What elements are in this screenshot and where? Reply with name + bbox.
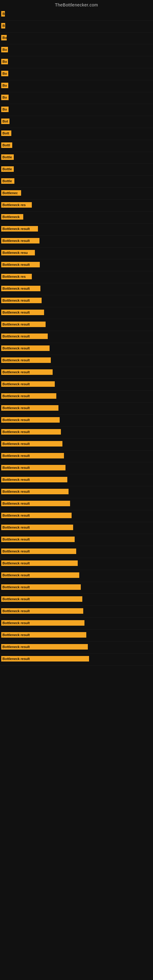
bar-label-40: Bottleneck result bbox=[1, 477, 67, 482]
bar-row-10: Bot bbox=[0, 116, 153, 128]
bar-row-28: Bottleneck result bbox=[0, 331, 153, 343]
bar-label-19: Bottleneck result bbox=[1, 226, 38, 232]
bar-label-27: Bottleneck result bbox=[1, 321, 46, 327]
bar-label-51: Bottleneck result bbox=[1, 608, 83, 614]
bar-row-2: B bbox=[0, 21, 153, 32]
bar-row-33: Bottleneck result bbox=[0, 391, 153, 403]
bar-label-41: Bottleneck result bbox=[1, 489, 69, 494]
bar-row-35: Bottleneck result bbox=[0, 415, 153, 426]
bar-row-42: Bottleneck result bbox=[0, 498, 153, 510]
bar-row-37: Bottleneck result bbox=[0, 439, 153, 450]
bar-label-33: Bottleneck result bbox=[1, 393, 56, 399]
bar-row-5: Bo bbox=[0, 56, 153, 68]
bar-row-45: Bottleneck result bbox=[0, 534, 153, 546]
bar-row-40: Bottleneck result bbox=[0, 474, 153, 486]
bar-row-41: Bottleneck result bbox=[0, 486, 153, 498]
bar-label-20: Bottleneck result bbox=[1, 238, 40, 243]
bar-row-9: Bo bbox=[0, 104, 153, 116]
bar-label-45: Bottleneck result bbox=[1, 536, 75, 542]
bar-label-21: Bottleneck resu bbox=[1, 250, 35, 255]
bar-row-39: Bottleneck result bbox=[0, 463, 153, 474]
bar-row-54: Bottleneck result bbox=[0, 641, 153, 654]
bar-label-39: Bottleneck result bbox=[1, 465, 65, 470]
bar-row-14: Bottle bbox=[0, 164, 153, 176]
bar-row-46: Bottleneck result bbox=[0, 546, 153, 558]
bar-label-31: Bottleneck result bbox=[1, 369, 53, 375]
bar-row-38: Bottleneck result bbox=[0, 450, 153, 463]
bar-label-2: B bbox=[1, 23, 5, 29]
bar-row-50: Bottleneck result bbox=[0, 594, 153, 606]
bar-label-1: B bbox=[1, 11, 5, 16]
bar-label-24: Bottleneck result bbox=[1, 286, 40, 291]
bar-label-48: Bottleneck result bbox=[1, 573, 79, 578]
bar-row-26: Bottleneck result bbox=[0, 307, 153, 319]
bar-label-12: Bottl bbox=[1, 142, 12, 148]
bar-row-36: Bottleneck result bbox=[0, 426, 153, 439]
bar-row-49: Bottleneck result bbox=[0, 582, 153, 594]
bar-label-16: Bottlenec bbox=[1, 190, 21, 196]
bar-row-31: Bottleneck result bbox=[0, 367, 153, 379]
bar-label-35: Bottleneck result bbox=[1, 417, 60, 423]
bar-row-48: Bottleneck result bbox=[0, 570, 153, 582]
bar-label-30: Bottleneck result bbox=[1, 357, 51, 363]
bar-row-25: Bottleneck result bbox=[0, 295, 153, 307]
bar-label-54: Bottleneck result bbox=[1, 644, 88, 649]
bar-label-55: Bottleneck result bbox=[1, 656, 89, 662]
bar-label-38: Bottleneck result bbox=[1, 453, 64, 458]
bar-row-15: Bottle bbox=[0, 176, 153, 188]
bar-label-32: Bottleneck result bbox=[1, 381, 55, 387]
bar-row-27: Bottleneck result bbox=[0, 319, 153, 331]
bar-label-49: Bottleneck result bbox=[1, 584, 81, 590]
bar-label-53: Bottleneck result bbox=[1, 632, 86, 638]
bar-row-51: Bottleneck result bbox=[0, 606, 153, 618]
bar-row-43: Bottleneck result bbox=[0, 510, 153, 522]
bar-row-8: Bo bbox=[0, 92, 153, 104]
bar-label-26: Bottleneck result bbox=[1, 310, 44, 315]
bar-label-47: Bottleneck result bbox=[1, 560, 78, 566]
site-title: TheBottlenecker.com bbox=[0, 0, 153, 9]
bar-label-13: Bottle bbox=[1, 154, 14, 160]
bar-row-44: Bottleneck result bbox=[0, 522, 153, 534]
bar-row-17: Bottleneck res bbox=[0, 200, 153, 212]
bar-label-36: Bottleneck result bbox=[1, 429, 61, 434]
bar-label-5: Bo bbox=[1, 59, 8, 64]
bar-label-46: Bottleneck result bbox=[1, 549, 76, 554]
bar-row-7: Bo bbox=[0, 80, 153, 92]
bar-row-20: Bottleneck result bbox=[0, 235, 153, 247]
bar-label-52: Bottleneck result bbox=[1, 620, 84, 626]
bar-label-15: Bottle bbox=[1, 178, 14, 184]
bar-label-9: Bo bbox=[1, 107, 9, 112]
bar-label-17: Bottleneck res bbox=[1, 202, 32, 208]
bar-row-3: Bo bbox=[0, 32, 153, 45]
bar-row-1: B bbox=[0, 9, 153, 21]
bar-label-14: Bottle bbox=[1, 166, 14, 172]
bar-row-52: Bottleneck result bbox=[0, 618, 153, 630]
bar-row-23: Bottleneck res bbox=[0, 271, 153, 283]
bar-row-30: Bottleneck result bbox=[0, 355, 153, 367]
bar-label-43: Bottleneck result bbox=[1, 513, 72, 518]
bar-label-34: Bottleneck result bbox=[1, 405, 59, 411]
bar-label-23: Bottleneck res bbox=[1, 274, 32, 279]
bar-row-32: Bottleneck result bbox=[0, 379, 153, 391]
bar-row-4: Bo bbox=[0, 45, 153, 56]
bar-row-29: Bottleneck result bbox=[0, 343, 153, 355]
bar-label-7: Bo bbox=[1, 83, 8, 88]
bar-label-6: Bo bbox=[1, 71, 8, 76]
bar-row-13: Bottle bbox=[0, 152, 153, 164]
bar-label-4: Bo bbox=[1, 47, 8, 52]
bar-label-18: Bottleneck bbox=[1, 214, 23, 220]
bar-label-29: Bottleneck result bbox=[1, 345, 49, 351]
bar-label-44: Bottleneck result bbox=[1, 525, 73, 530]
bar-row-24: Bottleneck result bbox=[0, 283, 153, 295]
bar-label-11: Bott bbox=[1, 130, 11, 136]
bar-label-42: Bottleneck result bbox=[1, 501, 70, 506]
bar-row-47: Bottleneck result bbox=[0, 558, 153, 570]
bar-label-50: Bottleneck result bbox=[1, 596, 82, 602]
bar-label-25: Bottleneck result bbox=[1, 298, 41, 303]
bar-row-34: Bottleneck result bbox=[0, 403, 153, 415]
bar-row-12: Bottl bbox=[0, 140, 153, 152]
bar-row-53: Bottleneck result bbox=[0, 630, 153, 641]
bar-label-3: Bo bbox=[1, 35, 7, 40]
bar-row-21: Bottleneck resu bbox=[0, 247, 153, 259]
bar-row-18: Bottleneck bbox=[0, 212, 153, 224]
